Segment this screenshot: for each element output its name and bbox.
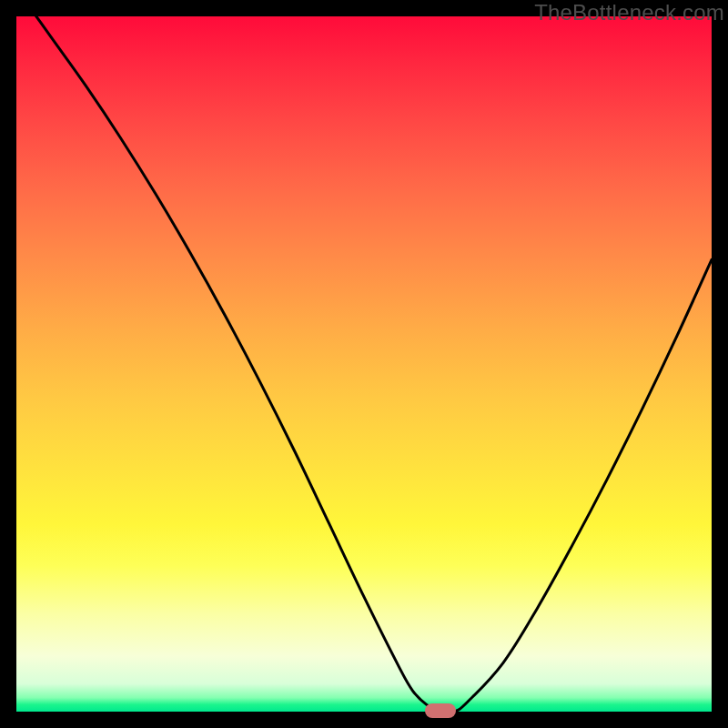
watermark-text: TheBottleneck.com	[534, 0, 724, 25]
bottleneck-curve	[16, 16, 712, 712]
optimal-marker	[425, 703, 456, 717]
curve-path	[16, 16, 712, 712]
chart-frame: TheBottleneck.com	[0, 0, 728, 728]
plot-area	[16, 16, 712, 712]
